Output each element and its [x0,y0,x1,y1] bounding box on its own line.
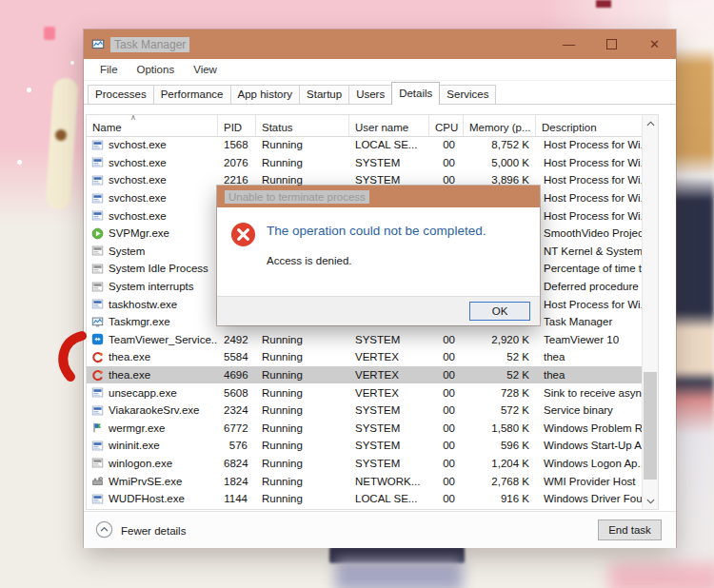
table-row[interactable]: wininit.exe576RunningSYSTEM00596 KWindow… [87,437,642,455]
dialog-title: Unable to terminate process [225,190,369,204]
tab-startup[interactable]: Startup [299,85,349,104]
wallpaper-character-strip [670,0,714,588]
wermgr-icon [91,421,104,434]
column-header-mem[interactable]: Memory (p... [464,115,536,136]
process-status-cell: Running [256,174,349,186]
menu-item-file[interactable]: File [90,59,128,80]
window-title: Task Manager [110,37,189,52]
process-desc-cell: Windows Problem R... [536,422,642,434]
table-row[interactable]: WUDFHost.exe1144RunningLOCAL SE...00916 … [87,490,642,508]
column-header-pid[interactable]: PID [218,115,256,136]
tab-bar: ProcessesPerformanceApp historyStartupUs… [84,81,676,105]
tab-details[interactable]: Details [391,82,440,105]
process-mem-cell: 52 K [464,351,536,363]
process-status-cell: Running [256,334,349,345]
process-desc-cell: thea [536,369,642,381]
table-row[interactable]: TeamViewer_Service...2492RunningSYSTEM00… [87,331,642,349]
process-name: ViakaraokeSrv.exe [109,404,199,416]
app-window-icon [91,156,104,168]
process-pid-cell: 2324 [218,404,256,416]
footer-bar: Fewer details End task [84,511,676,548]
process-pid-cell: 1144 [218,493,256,504]
vertical-scrollbar[interactable] [642,115,658,509]
process-status-cell: Running [256,404,349,416]
system-window-icon [91,281,104,293]
fewer-details-button[interactable]: Fewer details [95,520,186,540]
process-name-cell: WUDFHost.exe [87,493,218,505]
process-status-cell: Running [256,387,349,399]
process-name: WmiPrvSE.exe [109,476,182,487]
app-window-icon [91,493,104,505]
process-name: System [109,245,145,257]
scroll-up-icon[interactable] [643,115,658,131]
menu-item-options[interactable]: Options [128,59,185,80]
table-row[interactable]: ViakaraokeSrv.exe2324RunningSYSTEM00572 … [87,402,642,420]
scrollbar-thumb[interactable] [644,372,657,480]
app-window-icon [91,440,104,452]
tab-processes[interactable]: Processes [88,85,154,104]
wallpaper-navy-shape [329,546,465,563]
menu-item-view[interactable]: View [184,59,227,80]
process-pid-cell: 576 [218,440,256,451]
table-row[interactable]: winlogon.exe6824RunningSYSTEM001,204 KWi… [87,455,642,473]
dialog-titlebar[interactable]: Unable to terminate process [217,186,540,207]
process-desc-cell: Sink to receive asyn... [536,387,642,399]
process-mem-cell: 2,768 K [464,476,536,487]
process-name: unsecapp.exe [109,387,177,399]
table-row[interactable]: svchost.exe1568RunningLOCAL SE...008,752… [87,136,642,154]
process-mem-cell: 5,000 K [464,157,536,168]
table-row[interactable]: svchost.exe2076RunningSYSTEM005,000 KHos… [87,154,642,172]
column-header-name[interactable]: Name [87,115,218,136]
process-name-cell: winlogon.exe [87,457,218,469]
process-name-cell: System Idle Process [87,263,218,275]
process-name-cell: thea.exe [87,369,218,382]
process-desc-cell: Windows Start-Up A... [536,440,642,451]
app-window-icon [91,386,104,399]
close-button[interactable]: ✕ [633,29,676,59]
tab-users[interactable]: Users [348,85,392,104]
process-name-cell: System interrupts [87,281,218,293]
table-row[interactable]: thea.exe5584RunningVERTEX0052 Kthea [87,348,642,366]
process-desc-cell: Host Process for Wi... [536,210,642,222]
ok-button[interactable]: OK [469,302,530,321]
process-user-cell: SYSTEM [349,422,429,434]
titlebar[interactable]: Task Manager — ✕ [84,29,676,59]
process-name-cell: WmiPrvSE.exe [87,475,218,487]
process-status-cell: Running [256,493,349,504]
table-row[interactable]: wermgr.exe6772RunningSYSTEM001,580 KWind… [87,420,642,438]
process-name: wermgr.exe [109,422,165,434]
process-user-cell: SYSTEM [349,404,429,416]
maximize-button[interactable] [590,29,633,59]
column-header-desc[interactable]: Description [536,115,642,136]
table-row[interactable]: thea.exe4696RunningVERTEX0052 Kthea [87,366,642,384]
fewer-details-label: Fewer details [121,525,186,537]
table-row[interactable]: WmiPrvSE.exe1824RunningNETWORK...002,768… [87,472,642,490]
process-user-cell: SYSTEM [349,174,429,186]
column-header-status[interactable]: Status [256,115,349,136]
process-mem-cell: 2,920 K [464,334,536,345]
minimize-button[interactable]: — [547,29,590,59]
process-desc-cell: Host Process for Wi... [536,192,642,204]
column-header-user[interactable]: User name [349,115,429,136]
process-user-cell: VERTEX [349,369,429,381]
tab-services[interactable]: Services [439,85,496,104]
process-user-cell: SYSTEM [349,334,429,345]
end-task-button[interactable]: End task [598,519,662,540]
process-user-cell: SYSTEM [349,458,429,469]
tab-performance[interactable]: Performance [153,85,231,104]
process-pid-cell: 5584 [218,351,256,363]
process-name: WUDFHost.exe [109,493,185,504]
tab-app-history[interactable]: App history [230,85,301,104]
process-pid-cell: 1568 [218,139,256,150]
wmi-icon [91,475,104,487]
table-row[interactable]: unsecapp.exe5608RunningVERTEX00728 KSink… [87,383,642,402]
process-name-cell: System [87,245,218,257]
column-header-cpu[interactable]: CPU [429,115,464,136]
scroll-down-icon[interactable] [643,493,658,509]
process-user-cell: LOCAL SE... [349,493,429,504]
process-user-cell: SYSTEM [349,440,429,451]
process-name-cell: thea.exe [87,351,218,363]
process-cpu-cell: 00 [429,476,464,487]
app-window-icon [91,209,104,222]
wallpaper-cream-band [45,77,79,209]
